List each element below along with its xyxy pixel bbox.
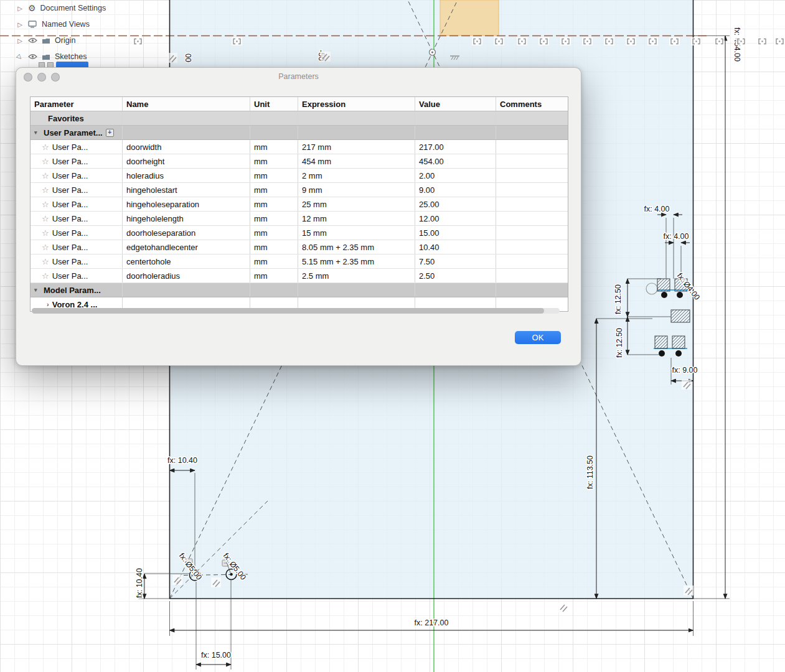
comments-cell[interactable] <box>496 212 568 225</box>
name-cell[interactable]: hingeholestart <box>123 183 250 197</box>
favorite-star-icon[interactable]: ☆ <box>42 141 49 154</box>
parameter-row[interactable]: ☆User Pa... centertohole mm 5.15 mm + 2.… <box>31 254 568 269</box>
parameter-row[interactable]: ☆User Pa... doorholeseparation mm 15 mm … <box>31 226 568 240</box>
comments-cell[interactable] <box>496 254 568 268</box>
dialog-titlebar[interactable]: Parameters <box>16 68 581 85</box>
constraint-icon[interactable] <box>517 37 527 45</box>
favorite-star-icon[interactable]: ☆ <box>42 226 49 240</box>
comments-cell[interactable] <box>496 140 568 154</box>
tree-item-origin[interactable]: ▷ Origin <box>16 32 106 49</box>
expression-cell[interactable]: 15 mm <box>298 226 415 240</box>
dim-handle-height[interactable]: fx: 113.50 <box>586 455 595 489</box>
dim-edge-to-handle-vertical[interactable]: fx: 10.40 <box>135 568 144 598</box>
comments-cell[interactable] <box>496 183 568 197</box>
expression-cell[interactable]: 217 mm <box>298 140 415 154</box>
zoom-button[interactable] <box>51 73 60 82</box>
favorite-star-icon[interactable]: ☆ <box>42 184 49 197</box>
disclosure-triangle-icon[interactable]: ▷ <box>15 52 25 62</box>
name-cell[interactable]: hingeholelength <box>123 212 250 225</box>
parallel-constraint-icon[interactable] <box>321 52 331 62</box>
constraint-icon[interactable] <box>714 37 725 45</box>
comments-cell[interactable] <box>496 197 568 211</box>
constraint-icon[interactable] <box>582 37 593 45</box>
constraint-icon[interactable] <box>774 37 785 45</box>
disclosure-triangle-icon[interactable]: ▷ <box>16 5 24 12</box>
favorites-group-row[interactable]: Favorites <box>31 111 568 126</box>
constraint-icon[interactable] <box>472 37 482 45</box>
favorite-star-icon[interactable]: ☆ <box>42 169 49 182</box>
constraint-icon[interactable] <box>560 37 571 45</box>
dim-hole-separation[interactable]: fx: 15.00 <box>201 651 231 660</box>
constraint-icon[interactable] <box>538 37 549 45</box>
tree-item-sketches[interactable]: ▷ Sketches <box>16 49 106 65</box>
parallel-constraint-icon[interactable] <box>167 53 177 63</box>
ok-button[interactable]: OK <box>515 331 561 344</box>
parameter-row[interactable]: ☆User Pa... doorheight mm 454 mm 454.00 <box>31 154 568 169</box>
comments-cell[interactable] <box>496 226 568 240</box>
expression-cell[interactable]: 8.05 mm + 2.35 mm <box>298 240 415 254</box>
constraint-icon[interactable] <box>691 37 702 45</box>
parameter-row[interactable]: ☆User Pa... doorwidth mm 217 mm 217.00 <box>31 140 568 154</box>
parallel-constraint-icon[interactable] <box>684 586 693 595</box>
name-cell[interactable]: holeradius <box>123 169 250 182</box>
parameter-row[interactable]: ☆User Pa... hingeholestart mm 9 mm 9.00 <box>31 183 568 197</box>
expression-cell[interactable]: 2 mm <box>298 169 415 182</box>
add-user-parameter-button[interactable]: + <box>106 129 114 137</box>
name-cell[interactable]: doorheight <box>123 154 250 168</box>
comments-cell[interactable] <box>496 269 568 282</box>
favorite-star-icon[interactable]: ☆ <box>42 155 49 168</box>
expression-cell[interactable]: 25 mm <box>298 197 415 211</box>
name-cell[interactable]: doorholeradius <box>123 269 250 282</box>
horizontal-scrollbar[interactable] <box>32 308 560 314</box>
constraint-icon[interactable] <box>604 37 614 45</box>
parameter-row[interactable]: ☆User Pa... edgetohandlecenter mm 8.05 m… <box>31 240 568 254</box>
model-parameters-group-row[interactable]: ▾ Model Param... <box>31 283 568 297</box>
name-cell[interactable]: doorwidth <box>123 140 250 154</box>
favorite-star-icon[interactable]: ☆ <box>42 269 49 282</box>
name-cell[interactable]: doorholeseparation <box>123 226 250 240</box>
dim-hinge-gap-a[interactable]: fx: 4.00 <box>644 205 670 213</box>
chevron-down-icon[interactable]: ▾ <box>34 284 40 297</box>
constraint-icon[interactable] <box>669 37 680 45</box>
constraint-icon[interactable] <box>232 37 242 45</box>
expression-cell[interactable]: 2.5 mm <box>298 269 415 282</box>
user-parameters-group-row[interactable]: ▾ User Paramet... + <box>31 126 568 140</box>
minimize-button[interactable] <box>37 73 46 82</box>
constraint-icon[interactable] <box>626 37 636 45</box>
tree-item-named-views[interactable]: ▷ Named Views <box>16 16 106 32</box>
name-cell[interactable]: edgetohandlecenter <box>123 240 250 254</box>
expression-cell[interactable]: 9 mm <box>298 183 415 197</box>
favorite-star-icon[interactable]: ☆ <box>42 255 49 268</box>
dim-edge-to-handle[interactable]: fx: 10.40 <box>167 456 197 465</box>
name-cell[interactable]: hingeholeseparation <box>123 197 250 211</box>
constraint-icon[interactable] <box>494 37 504 45</box>
constraint-icon[interactable] <box>133 37 143 45</box>
dim-hinge-start[interactable]: fx: 9.00 <box>672 366 698 375</box>
parallel-constraint-icon[interactable] <box>172 575 182 585</box>
parallel-constraint-icon[interactable] <box>558 602 568 612</box>
comments-cell[interactable] <box>496 154 568 168</box>
close-button[interactable] <box>24 73 32 82</box>
parameter-row[interactable]: ☆User Pa... doorholeradius mm 2.5 mm 2.5… <box>31 269 568 283</box>
parameter-row[interactable]: ☆User Pa... hingeholelength mm 12 mm 12.… <box>31 212 568 226</box>
constraint-icon[interactable] <box>647 37 658 45</box>
constraint-icon[interactable] <box>757 37 768 45</box>
parameter-row[interactable]: ☆User Pa... holeradius mm 2 mm 2.00 <box>31 169 568 183</box>
dim-partial-a[interactable]: 00 <box>184 54 192 62</box>
tree-item-document-settings[interactable]: ▷ ⚙ Document Settings <box>16 0 106 16</box>
disclosure-triangle-icon[interactable]: ▷ <box>16 37 24 44</box>
dim-hinge-separation-b[interactable]: fx: 12.50 <box>615 328 624 358</box>
dim-hinge-gap-b[interactable]: fx: 4.00 <box>664 232 689 241</box>
favorite-star-icon[interactable]: ☆ <box>42 198 49 211</box>
origin-point[interactable] <box>430 49 436 55</box>
comments-cell[interactable] <box>496 240 568 254</box>
chevron-down-icon[interactable]: ▾ <box>34 126 40 139</box>
disclosure-triangle-icon[interactable]: ▷ <box>16 21 24 28</box>
expression-cell[interactable]: 454 mm <box>298 154 415 168</box>
eye-icon[interactable] <box>28 37 37 44</box>
favorite-star-icon[interactable]: ☆ <box>42 241 49 254</box>
parallel-constraint-icon[interactable] <box>211 577 221 587</box>
scrollbar-thumb[interactable] <box>32 308 544 314</box>
eye-icon[interactable] <box>28 54 37 60</box>
dim-door-width[interactable]: fx: 217.00 <box>415 618 449 627</box>
